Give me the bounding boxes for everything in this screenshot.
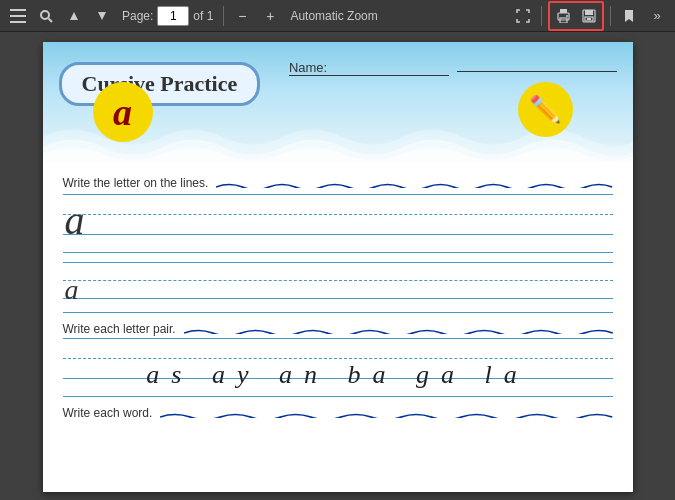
letter-pairs-display: as ay an ba ga la [63,360,613,390]
separator-1 [223,6,224,26]
search-button[interactable] [34,4,58,28]
instruction-row-2: Write each letter pair. [63,322,613,336]
wavy-divider-1 [216,178,612,188]
separator-2 [541,6,542,26]
document-page: Cursive Practice Name: a ✏️ Write the le… [43,42,633,492]
svg-marker-6 [98,12,106,20]
page-header: Cursive Practice Name: a ✏️ [43,42,633,162]
desc-line-2 [63,312,613,313]
zoom-label: Automatic Zoom [290,9,377,23]
mid-dashed-3 [63,358,613,359]
writing-lines-1: a [63,194,613,254]
pencil-circle: ✏️ [518,82,573,137]
page-nav: Page: of 1 [122,6,213,26]
mid-dashed-2 [63,280,613,281]
letter-circle-a: a [93,82,153,142]
name-underline [457,71,617,72]
cursive-sample-1: a [65,197,85,244]
print-button[interactable] [551,4,575,28]
save-button[interactable] [577,4,601,28]
svg-marker-5 [70,12,78,20]
writing-lines-3: as ay an ba ga la [63,338,613,400]
instruction-row-1: Write the letter on the lines. [63,176,613,190]
instruction-text-1: Write the letter on the lines. [63,176,209,190]
prev-page-button[interactable] [62,4,86,28]
instruction-text-3: Write each word. [63,406,153,420]
writing-lines-2: a [63,262,613,314]
page-content: Write the letter on the lines. a [43,162,633,434]
name-label: Name: [289,60,449,76]
page-label: Page: [122,9,153,23]
svg-rect-1 [10,15,26,17]
top-line-2 [63,262,613,263]
top-line-1 [63,194,613,195]
page-input[interactable] [157,6,189,26]
top-line-3 [63,338,613,339]
zoom-out-button[interactable]: − [230,4,254,28]
instruction-text-2: Write each letter pair. [63,322,176,336]
pencil-icon: ✏️ [529,94,561,125]
zoom-in-button[interactable]: + [258,4,282,28]
svg-rect-12 [585,10,593,15]
wavy-divider-3 [160,408,612,418]
svg-rect-14 [587,18,591,20]
svg-rect-0 [10,9,26,11]
name-field: Name: [285,60,617,76]
desc-line-3 [63,396,613,397]
toolbar: Page: of 1 − + Automatic Zoom [0,0,675,32]
more-tools-button[interactable]: » [645,4,669,28]
document-area: Cursive Practice Name: a ✏️ Write the le… [0,32,675,500]
fullscreen-button[interactable] [511,4,535,28]
of-label: of 1 [193,9,213,23]
bookmark-button[interactable] [617,4,641,28]
letter-display: a [113,90,132,134]
title-badge: Cursive Practice [59,62,261,106]
separator-3 [610,6,611,26]
svg-line-4 [49,18,53,22]
next-page-button[interactable] [90,4,114,28]
svg-rect-8 [560,9,567,13]
cursive-sample-2: a [65,274,79,306]
instruction-row-3: Write each word. [63,406,613,420]
sidebar-toggle-button[interactable] [6,4,30,28]
mid-dashed-1 [63,214,613,215]
wavy-divider-2 [184,324,613,334]
svg-rect-2 [10,21,26,23]
desc-line-1 [63,252,613,253]
base-line-2 [63,298,613,299]
base-line-1 [63,234,613,235]
svg-point-10 [566,15,568,17]
svg-point-3 [41,11,49,19]
